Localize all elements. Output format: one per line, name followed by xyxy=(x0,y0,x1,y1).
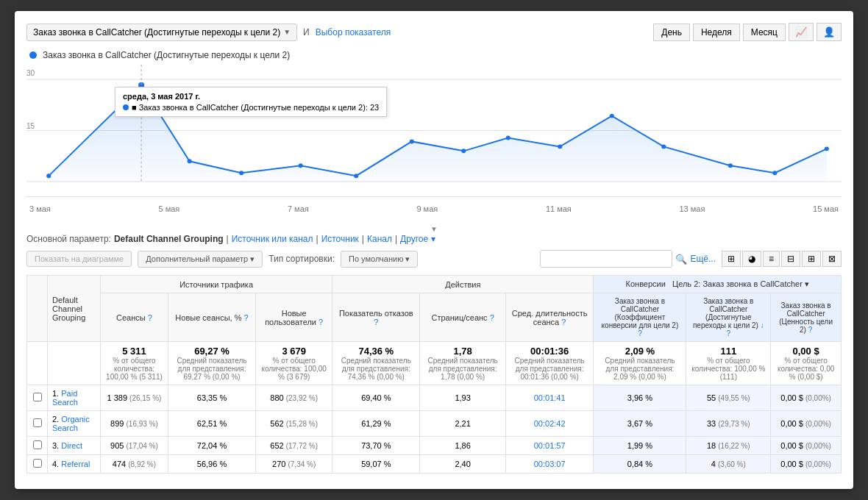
row-checkbox[interactable] xyxy=(33,459,42,468)
table-row: 2. Organic Search 899 (16,93 %) 62,51 % … xyxy=(27,411,842,437)
th-actions: Действия xyxy=(332,276,594,293)
nav-tab-4[interactable]: Другое ▾ xyxy=(400,234,435,244)
metric-dropdown[interactable]: Заказ звонка в CallCatcher (Достигнутые … xyxy=(26,24,297,41)
summary-bounce: 74,36 % Средний показатель для представл… xyxy=(332,342,420,385)
th-checkbox xyxy=(27,276,48,342)
and-label: И xyxy=(303,27,310,38)
top-bar: Заказ звонка в CallCatcher (Достигнутые … xyxy=(26,23,842,41)
summary-conv-value: 0,00 $ % от общего количества: 0,00 % (0… xyxy=(771,342,842,385)
chart-dot xyxy=(239,171,243,175)
x-label-3: 9 мая xyxy=(416,204,438,213)
additional-param-btn[interactable]: Дополнительный параметр ▾ xyxy=(138,251,263,268)
chart-dot xyxy=(558,144,562,149)
th-conv-coef: Заказ звонка в CallCatcher (Коэффициент … xyxy=(594,293,686,342)
sort-value-btn[interactable]: По умолчанию ▾ xyxy=(341,251,418,268)
chart-dot xyxy=(661,144,666,149)
controls-row: Показать на диаграмме Дополнительный пар… xyxy=(26,250,842,268)
th-pages-session: Страниц/сеанс ? xyxy=(420,293,505,342)
view-table-btn[interactable]: ⊞ xyxy=(722,251,741,267)
th-new-users: Новые пользователи ? xyxy=(256,293,332,342)
sort-label: Тип сортировки: xyxy=(268,254,335,264)
period-week-btn[interactable]: Неделя xyxy=(693,24,740,41)
th-avg-duration: Сред. длительность сеанса ? xyxy=(505,293,594,342)
chart-dot xyxy=(610,114,614,118)
nav-tab-0[interactable]: Default Channel Grouping xyxy=(114,234,224,244)
legend-dot xyxy=(29,51,37,59)
chart-dot xyxy=(46,174,51,178)
tooltip-dot xyxy=(123,104,129,110)
chart-dot xyxy=(506,135,511,140)
summary-new-sessions: 69,27 % Средний показатель для представл… xyxy=(168,342,255,385)
x-label-0: 3 мая xyxy=(29,204,51,213)
search-box: 🔍 Ещё... xyxy=(540,250,716,268)
channel-link[interactable]: Direct xyxy=(61,441,82,450)
x-label-1: 5 мая xyxy=(158,204,179,213)
nav-tab-3[interactable]: Канал xyxy=(367,234,392,244)
show-on-chart-btn[interactable]: Показать на диаграмме xyxy=(26,251,132,267)
chart-dot xyxy=(354,174,358,178)
view-pivot-btn[interactable]: ⊞ xyxy=(802,251,821,267)
tooltip-row: ■ Заказ звонка в CallCatcher (Достигнуты… xyxy=(123,103,379,112)
period-day-btn[interactable]: День xyxy=(653,24,690,41)
summary-sessions: 5 311 % от общего количества: 100,00 % (… xyxy=(101,342,168,385)
x-label-4: 11 мая xyxy=(546,204,572,213)
chart-legend: Заказ звонка в CallCatcher (Достигнутые … xyxy=(26,50,842,60)
nav-label: Основной параметр: xyxy=(26,234,111,244)
metric-selector-link[interactable]: Выбор показателя xyxy=(316,27,391,38)
table-row: 1. Paid Search 1 389 (26,15 %) 63,35 % 8… xyxy=(27,385,842,411)
table-row: 4. Referral 474 (8,92 %) 56,96 % 270 (7,… xyxy=(27,455,842,474)
chart-icon-btn[interactable]: 📈 xyxy=(789,23,814,41)
metric-dropdown-label: Заказ звонка в CallCatcher (Достигнутые … xyxy=(33,27,280,38)
view-pie-btn[interactable]: ◕ xyxy=(742,251,761,267)
chart-dot xyxy=(825,146,829,151)
user-icon-btn[interactable]: 👤 xyxy=(817,23,842,41)
summary-new-users: 3 679 % от общего количества: 100,00 % (… xyxy=(256,342,332,385)
top-bar-left: Заказ звонка в CallCatcher (Достигнутые … xyxy=(26,24,391,41)
period-month-btn[interactable]: Месяц xyxy=(743,24,786,41)
th-conversions: Конверсии Цель 2: Заказ звонка в CallCat… xyxy=(594,276,842,293)
th-channel-grouping: Default Channel Grouping xyxy=(48,276,101,342)
chart-tooltip: среда, 3 мая 2017 г. ■ Заказ звонка в Ca… xyxy=(115,87,387,117)
tooltip-title: среда, 3 мая 2017 г. xyxy=(123,92,379,101)
row-checkbox[interactable] xyxy=(33,440,42,449)
chart-svg xyxy=(26,65,842,196)
channel-link[interactable]: Referral xyxy=(61,460,90,468)
view-icons: ⊞ ◕ ≡ ⊟ ⊞ ⊠ xyxy=(722,251,842,267)
x-label-6: 15 мая xyxy=(813,204,839,213)
view-scatter-btn[interactable]: ⊟ xyxy=(781,251,800,267)
view-bar-btn[interactable]: ≡ xyxy=(763,251,780,267)
th-sessions: Сеансы ? xyxy=(101,293,168,342)
chart-dot xyxy=(772,171,777,175)
th-conv-value: Заказ звонка в CallCatcher (Ценность цел… xyxy=(771,293,842,342)
search-input[interactable] xyxy=(540,250,672,268)
chart-area: 30 15 xyxy=(26,65,842,197)
chart-dot xyxy=(461,149,466,153)
y-label-30: 30 xyxy=(26,69,35,77)
nav-tab-2[interactable]: Источник xyxy=(321,234,359,244)
summary-conv-goal: 111 % от общего количества: 100,00 % (11… xyxy=(686,342,771,385)
chart-dot xyxy=(188,159,192,163)
main-container: Заказ звонка в CallCatcher (Достигнутые … xyxy=(15,11,853,489)
view-custom-btn[interactable]: ⊠ xyxy=(822,251,842,267)
more-link[interactable]: Ещё... xyxy=(690,254,716,264)
th-conv-goal: Заказ звонка в CallCatcher (Достигнутые … xyxy=(686,293,771,342)
x-label-2: 7 мая xyxy=(288,204,309,213)
caret-icon: ▼ xyxy=(283,28,291,36)
th-new-sessions: Новые сеансы, % ? xyxy=(168,293,255,342)
chart-dot xyxy=(728,163,733,168)
tooltip-value: ■ Заказ звонка в CallCatcher (Достигнуты… xyxy=(132,103,379,112)
th-traffic-sources: Источники трафика xyxy=(101,276,332,293)
search-icon: 🔍 xyxy=(675,254,687,265)
row-checkbox[interactable] xyxy=(33,418,42,427)
table-row: 3. Direct 905 (17,04 %) 72,04 % 652 (17,… xyxy=(27,437,842,455)
data-table: Default Channel Grouping Источники трафи… xyxy=(26,275,842,474)
x-label-5: 13 мая xyxy=(679,204,705,213)
y-label-15: 15 xyxy=(26,122,35,130)
chart-dot xyxy=(410,139,414,143)
row-checkbox[interactable] xyxy=(33,393,42,401)
legend-label: Заказ звонка в CallCatcher (Достигнутые … xyxy=(43,50,290,60)
nav-tab-1[interactable]: Источник или канал xyxy=(232,234,313,244)
scroll-hint: ▼ xyxy=(26,224,842,234)
top-bar-right: День Неделя Месяц 📈 👤 xyxy=(653,23,842,41)
x-axis: 3 мая 5 мая 7 мая 9 мая 11 мая 13 мая 15… xyxy=(26,203,842,215)
